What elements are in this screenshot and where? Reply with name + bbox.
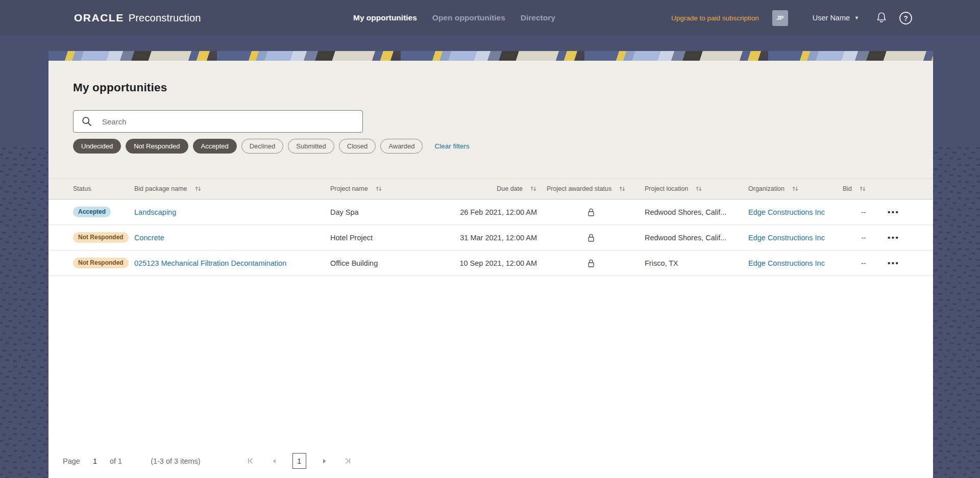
items-summary: (1-3 of 3 items) [151, 457, 201, 465]
due-date-cell: 26 Feb 2021, 12:00 AM [455, 208, 537, 216]
actions-cell: ••• [886, 208, 933, 216]
awarded-status-cell [537, 207, 645, 218]
column-header-status: Status [73, 185, 134, 192]
due-date-cell: 10 Sep 2021, 12:00 AM [455, 259, 537, 267]
project-location-cell: Redwood Shores, Calif... [645, 234, 748, 242]
organization-link[interactable]: Edge Constructions Inc [748, 234, 825, 242]
project-name-cell: Office Building [330, 259, 455, 267]
clear-filters-link[interactable]: Clear filters [434, 142, 469, 150]
first-page-icon [247, 457, 254, 465]
bid-package-cell: Concrete [134, 234, 330, 242]
avatar-initials: JP [776, 15, 783, 21]
previous-page-icon [271, 458, 277, 465]
column-header-due-date[interactable]: Due date [455, 185, 537, 192]
upgrade-subscription-link[interactable]: Upgrade to paid subscription [671, 14, 759, 22]
nav-directory[interactable]: Directory [521, 13, 555, 22]
filter-chip-declined[interactable]: Declined [241, 139, 284, 154]
column-header-project-name[interactable]: Project name [330, 185, 455, 192]
search-box [73, 110, 363, 133]
user-name-label: User Name [813, 14, 850, 22]
previous-page-button[interactable] [269, 458, 279, 465]
oracle-logo[interactable]: ORACLE Preconstruction [74, 0, 201, 36]
organization-link[interactable]: Edge Constructions Inc [748, 208, 825, 216]
notifications-button[interactable] [875, 11, 888, 24]
sort-icon[interactable] [859, 185, 866, 192]
bid-package-cell: 025123 Mechanical Filtration Decontamina… [134, 259, 330, 267]
page-of-label: of 1 [110, 457, 122, 465]
last-page-icon [344, 457, 352, 465]
search-icon [82, 116, 92, 127]
filter-chip-not-responded[interactable]: Not Responded [126, 139, 188, 154]
sort-icon[interactable] [194, 185, 202, 192]
project-location-cell: Frisco, TX [645, 259, 748, 267]
filters-panel: My opportunities Undecided Not Responded… [48, 61, 933, 178]
sort-icon[interactable] [530, 185, 537, 192]
status-badge: Accepted [73, 207, 111, 217]
sort-icon[interactable] [695, 185, 702, 192]
current-page-number: 1 [93, 457, 97, 465]
bid-cell: -- [843, 259, 886, 267]
awarded-status-cell [537, 232, 645, 243]
primary-nav: My opportunities Open opportunities Dire… [353, 0, 555, 36]
sort-icon[interactable] [619, 185, 626, 192]
status-badge: Not Responded [73, 232, 129, 243]
column-header-project-awarded-status[interactable]: Project awarded status [537, 185, 645, 192]
brand-oracle: ORACLE [74, 12, 124, 24]
column-header-project-location[interactable]: Project location [645, 185, 748, 192]
status-cell: Not Responded [73, 232, 134, 243]
filter-chip-closed[interactable]: Closed [339, 139, 376, 154]
user-menu[interactable]: User Name ▼ [813, 14, 859, 22]
next-page-button[interactable] [320, 458, 330, 465]
row-overflow-menu-button[interactable]: ••• [888, 208, 899, 216]
organization-link[interactable]: Edge Constructions Inc [748, 259, 825, 267]
bid-package-link[interactable]: Concrete [134, 234, 164, 242]
lock-icon [586, 207, 596, 218]
project-location-cell: Redwood Shores, Calif... [645, 208, 748, 216]
filter-chip-undecided[interactable]: Undecided [73, 139, 121, 154]
bid-package-link[interactable]: Landscaping [134, 208, 176, 216]
column-header-bid-package-name[interactable]: Bid package name [134, 185, 330, 192]
nav-open-opportunities[interactable]: Open opportunities [432, 13, 505, 22]
status-filter-chips: Undecided Not Responded Accepted Decline… [73, 139, 933, 178]
column-header-bid[interactable]: Bid [843, 185, 886, 192]
awarded-status-cell [537, 258, 645, 269]
avatar[interactable]: JP [772, 10, 788, 26]
row-overflow-menu-button[interactable]: ••• [888, 233, 899, 242]
bid-cell: -- [843, 208, 886, 216]
help-button[interactable]: ? [899, 11, 913, 25]
nav-my-opportunities[interactable]: My opportunities [353, 13, 417, 22]
table-row: Accepted Landscaping Day Spa 26 Feb 2021… [48, 199, 933, 225]
bid-package-link[interactable]: 025123 Mechanical Filtration Decontamina… [134, 259, 286, 267]
sort-icon[interactable] [792, 185, 799, 192]
actions-cell: ••• [886, 259, 933, 267]
next-page-icon [322, 458, 328, 465]
brand-product: Preconstruction [129, 12, 201, 24]
bid-package-cell: Landscaping [134, 208, 330, 216]
table-header-row: Status Bid package name Project name Due… [48, 178, 933, 199]
table-row: Not Responded 025123 Mechanical Filtrati… [48, 250, 933, 276]
lock-icon [586, 258, 596, 269]
page-title: My opportunities [73, 61, 933, 94]
search-input[interactable] [73, 110, 363, 133]
page-number-button[interactable]: 1 [292, 453, 306, 469]
filter-chip-accepted[interactable]: Accepted [193, 139, 237, 154]
chevron-down-icon: ▼ [854, 15, 859, 20]
sort-icon[interactable] [375, 185, 382, 192]
pagination-bar: Page 1 of 1 (1-3 of 3 items) 1 [48, 453, 933, 469]
organization-cell: Edge Constructions Inc [748, 208, 843, 216]
banner-collage [48, 51, 933, 61]
topbar-right-cluster: Upgrade to paid subscription JP User Nam… [671, 0, 913, 36]
due-date-cell: 31 Mar 2021, 12:00 AM [455, 234, 537, 242]
filter-chip-submitted[interactable]: Submitted [288, 139, 334, 154]
status-badge: Not Responded [73, 258, 129, 268]
status-cell: Accepted [73, 207, 134, 217]
lock-icon [586, 232, 596, 243]
column-header-organization[interactable]: Organization [748, 185, 843, 192]
first-page-button[interactable] [246, 457, 256, 465]
page-label: Page [63, 457, 80, 465]
row-overflow-menu-button[interactable]: ••• [888, 259, 899, 267]
bid-cell: -- [843, 234, 886, 242]
help-icon: ? [899, 11, 913, 25]
filter-chip-awarded[interactable]: Awarded [380, 139, 423, 154]
last-page-button[interactable] [343, 457, 353, 465]
